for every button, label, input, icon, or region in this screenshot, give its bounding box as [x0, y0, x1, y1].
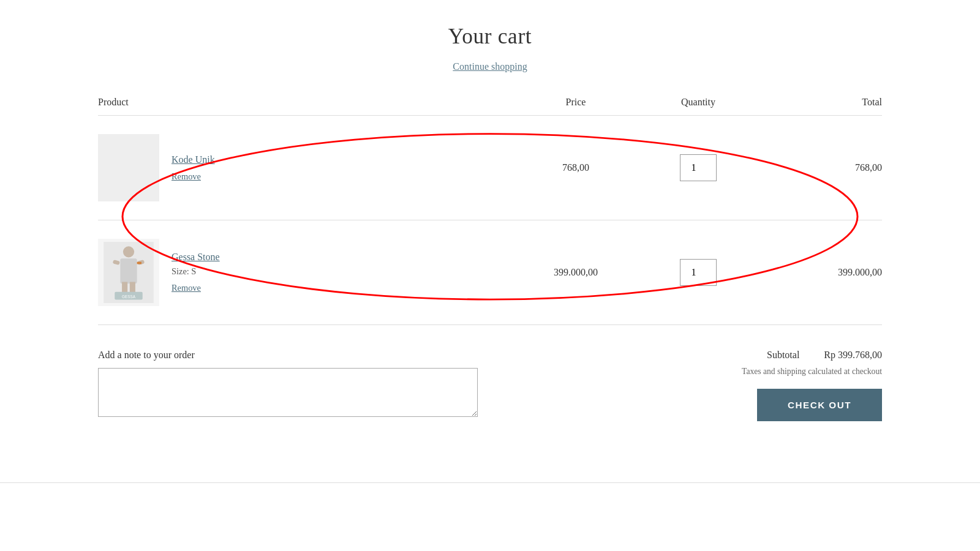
product-image-2: GESSA	[98, 239, 159, 306]
header-quantity: Quantity	[637, 97, 760, 108]
subtotal-row: Subtotal Rp 399.768,00	[767, 350, 882, 361]
product-name-1[interactable]: Kode Unik	[172, 154, 215, 165]
continue-shopping-link[interactable]: Continue shopping	[98, 61, 882, 72]
quantity-cell-1	[637, 154, 760, 181]
bottom-section: Add a note to your order Subtotal Rp 399…	[98, 350, 882, 421]
order-note-textarea[interactable]	[98, 368, 478, 417]
header-total: Total	[760, 97, 882, 108]
remove-link-2[interactable]: Remove	[172, 283, 220, 293]
order-note-label: Add a note to your order	[98, 350, 478, 361]
summary-section: Subtotal Rp 399.768,00 Taxes and shippin…	[502, 350, 882, 421]
table-row: Kode Unik Remove 768,00 768,00	[98, 116, 882, 220]
subtotal-label: Subtotal	[767, 350, 799, 361]
product-info-2: GESSA Gessa Stone Size: S Remove	[98, 239, 514, 306]
svg-rect-3	[120, 258, 137, 283]
product-size-2: Size: S	[172, 266, 220, 277]
order-note-section: Add a note to your order	[98, 350, 478, 419]
product-name-2[interactable]: Gessa Stone	[172, 252, 220, 263]
page-footer	[0, 482, 980, 483]
quantity-input-1[interactable]	[680, 154, 717, 181]
product-details-2: Gessa Stone Size: S Remove	[172, 252, 220, 293]
header-product: Product	[98, 97, 514, 108]
tax-note: Taxes and shipping calculated at checkou…	[742, 367, 882, 377]
quantity-cell-2	[637, 259, 760, 286]
page-title: Your cart	[98, 24, 882, 49]
header-price: Price	[514, 97, 637, 108]
product-details-1: Kode Unik Remove	[172, 154, 215, 182]
svg-text:GESSA: GESSA	[122, 294, 136, 299]
product-image-placeholder-1	[98, 134, 159, 201]
total-cell-2: 399.000,00	[760, 267, 882, 278]
product-image-svg-2: GESSA	[101, 242, 156, 303]
product-info-1: Kode Unik Remove	[98, 134, 514, 201]
remove-link-1[interactable]: Remove	[172, 171, 215, 182]
total-cell-1: 768,00	[760, 162, 882, 173]
price-cell-1: 768,00	[514, 162, 637, 173]
svg-point-2	[123, 246, 134, 257]
table-row: GESSA Gessa Stone Size: S Remove 399.000…	[98, 220, 882, 325]
price-cell-2: 399.000,00	[514, 267, 637, 278]
cart-table-header: Product Price Quantity Total	[98, 97, 882, 116]
cart-table: Product Price Quantity Total Kode Unik R…	[98, 97, 882, 325]
subtotal-value: Rp 399.768,00	[824, 350, 882, 361]
quantity-input-2[interactable]	[680, 259, 717, 286]
svg-rect-10	[137, 262, 141, 264]
checkout-button[interactable]: CHECK OUT	[757, 389, 882, 421]
